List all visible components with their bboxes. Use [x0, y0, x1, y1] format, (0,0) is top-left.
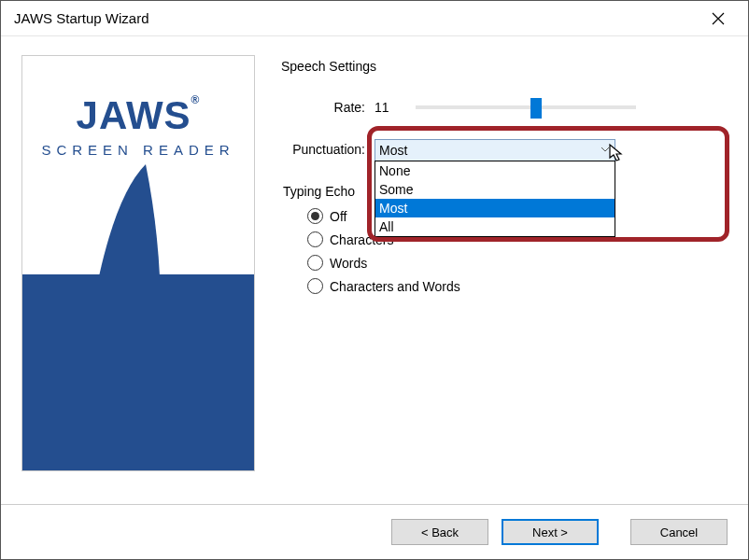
punctuation-combobox[interactable]: Most — [374, 139, 615, 161]
rate-label: Rate: — [281, 100, 374, 115]
slider-thumb[interactable] — [530, 98, 542, 119]
radio-indicator — [307, 278, 323, 294]
rate-row: Rate: 11 — [281, 98, 728, 117]
water-graphic — [22, 274, 254, 470]
radio-words[interactable]: Words — [307, 255, 728, 271]
radio-indicator — [307, 231, 323, 247]
wizard-illustration: JAWS® SCREEN READER — [21, 55, 255, 471]
rate-slider[interactable] — [416, 98, 636, 117]
logo-brand: JAWS® — [22, 93, 254, 138]
combo-option-some[interactable]: Some — [375, 180, 615, 199]
close-icon — [712, 12, 725, 25]
cursor-icon — [608, 143, 627, 163]
radio-label-off: Off — [330, 209, 346, 224]
punctuation-options-list: None Some Most All — [374, 161, 615, 237]
punctuation-row: Punctuation: Most None Some Most All — [281, 139, 728, 161]
radio-label-chars-words: Characters and Words — [330, 279, 460, 294]
radio-indicator — [307, 208, 323, 224]
section-title: Speech Settings — [281, 59, 728, 74]
logo-subtitle: SCREEN READER — [22, 142, 254, 158]
content-area: JAWS® SCREEN READER Speech Settings Rate… — [1, 36, 748, 505]
logo: JAWS® SCREEN READER — [22, 56, 254, 158]
window-title: JAWS Startup Wizard — [14, 10, 148, 26]
wizard-window: JAWS Startup Wizard JAWS® SCREEN READER … — [0, 0, 749, 560]
punctuation-label: Punctuation: — [281, 139, 374, 157]
close-button[interactable] — [700, 6, 737, 32]
combo-option-all[interactable]: All — [375, 217, 615, 236]
shark-fin-icon — [80, 164, 174, 276]
cancel-button[interactable]: Cancel — [630, 519, 728, 545]
combo-selected-text: Most — [379, 143, 407, 158]
slider-track — [416, 105, 636, 109]
titlebar: JAWS Startup Wizard — [1, 1, 748, 36]
button-bar: < Back Next > Cancel — [1, 505, 748, 559]
back-button[interactable]: < Back — [391, 519, 488, 545]
radio-label-words: Words — [330, 256, 367, 271]
combo-option-most[interactable]: Most — [375, 199, 615, 217]
radio-indicator — [307, 255, 323, 271]
settings-panel: Speech Settings Rate: 11 Punctuation: Mo… — [281, 55, 728, 495]
next-button[interactable]: Next > — [502, 519, 599, 545]
rate-value: 11 — [374, 100, 406, 115]
radio-characters-and-words[interactable]: Characters and Words — [307, 278, 728, 294]
punctuation-dropdown-wrap: Most None Some Most All — [374, 139, 728, 161]
combo-option-none[interactable]: None — [375, 161, 615, 180]
